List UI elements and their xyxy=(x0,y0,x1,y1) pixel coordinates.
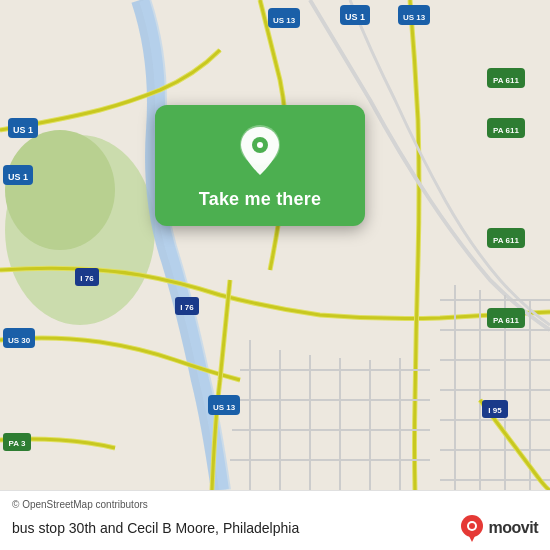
bottom-bar: © OpenStreetMap contributors bus stop 30… xyxy=(0,490,550,550)
svg-text:PA 611: PA 611 xyxy=(493,76,519,85)
svg-text:PA 611: PA 611 xyxy=(493,126,519,135)
moovit-text: moovit xyxy=(489,519,538,537)
location-pin-icon xyxy=(235,123,285,179)
svg-text:US 1: US 1 xyxy=(13,125,33,135)
osm-credit: © OpenStreetMap contributors xyxy=(12,499,538,510)
svg-text:PA 611: PA 611 xyxy=(493,316,519,325)
svg-text:PA 611: PA 611 xyxy=(493,236,519,245)
moovit-icon xyxy=(458,514,486,542)
svg-text:US 30: US 30 xyxy=(8,336,31,345)
moovit-logo: moovit xyxy=(458,514,538,542)
svg-text:I 76: I 76 xyxy=(180,303,194,312)
stop-label: bus stop 30th and Cecil B Moore, Philade… xyxy=(12,520,299,536)
map-background: US 1 US 1 US 13 US 13 US 1 US 13 PA 611 … xyxy=(0,0,550,490)
svg-text:I 95: I 95 xyxy=(488,406,502,415)
cta-card[interactable]: Take me there xyxy=(155,105,365,226)
take-me-there-button[interactable]: Take me there xyxy=(199,189,321,210)
svg-point-61 xyxy=(469,523,475,529)
map-container: US 1 US 1 US 13 US 13 US 1 US 13 PA 611 … xyxy=(0,0,550,490)
bottom-row: bus stop 30th and Cecil B Moore, Philade… xyxy=(12,514,538,542)
svg-text:US 13: US 13 xyxy=(213,403,236,412)
svg-point-3 xyxy=(5,130,115,250)
svg-text:US 13: US 13 xyxy=(403,13,426,22)
svg-text:US 13: US 13 xyxy=(273,16,296,25)
svg-text:US 1: US 1 xyxy=(8,172,28,182)
svg-text:US 1: US 1 xyxy=(345,12,365,22)
svg-marker-62 xyxy=(468,534,476,542)
pin-icon-wrapper xyxy=(232,123,288,179)
svg-text:I 76: I 76 xyxy=(80,274,94,283)
svg-point-58 xyxy=(257,142,263,148)
svg-text:PA 3: PA 3 xyxy=(9,439,26,448)
